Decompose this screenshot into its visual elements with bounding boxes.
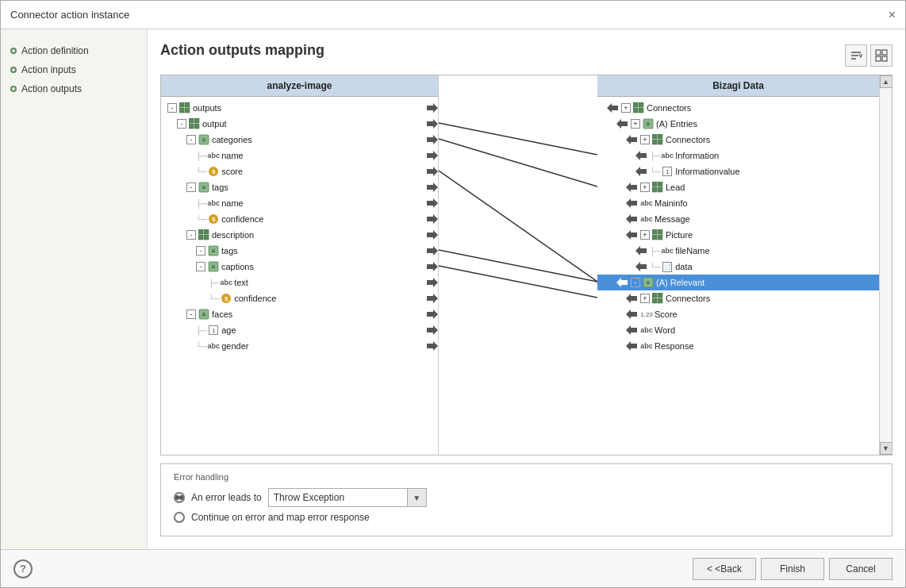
connector-lines-area (439, 75, 597, 455)
right-arrow (424, 227, 438, 243)
svg-rect-68 (652, 187, 657, 192)
error-row-continue: Continue on error and map error response (174, 512, 879, 523)
sidebar-item-action-definition[interactable]: Action definition (10, 45, 137, 56)
expand-btn[interactable]: - (186, 135, 196, 144)
sort-icon-button[interactable] (845, 44, 867, 67)
scroll-down-arrow[interactable]: ▼ (880, 442, 893, 455)
svg-line-49 (439, 266, 597, 298)
node-label: Information (675, 151, 719, 160)
node-label: tags (212, 183, 228, 192)
expand-btn[interactable]: + (640, 135, 650, 144)
cancel-button[interactable]: Cancel (829, 558, 893, 580)
expand-btn[interactable]: - (186, 183, 196, 192)
left-arrow-highlighted (613, 275, 628, 290)
expand-btn[interactable]: - (186, 230, 196, 240)
mapping-scroll[interactable]: analyze-image - outputs (161, 75, 892, 455)
right-arrow (424, 116, 438, 132)
expand-btn[interactable]: + (640, 183, 650, 192)
tree-row: ├─ abc text (161, 275, 438, 290)
expand-btn[interactable]: + (621, 103, 631, 113)
expand-btn[interactable]: + (640, 230, 650, 240)
svg-rect-8 (185, 102, 190, 107)
svg-rect-84 (658, 293, 662, 298)
svg-marker-25 (427, 198, 438, 208)
sidebar-item-action-inputs[interactable]: Action inputs (10, 64, 137, 75)
svg-rect-66 (652, 182, 657, 186)
svg-marker-21 (427, 167, 438, 176)
expand-btn[interactable]: - (167, 103, 177, 113)
tree-row: - outputs (161, 100, 438, 116)
tree-row: └─ 📄 data (597, 259, 879, 275)
expand-btn[interactable]: - (186, 309, 196, 319)
page-title: Action outputs mapping (160, 42, 324, 59)
back-button[interactable]: < <Back (693, 558, 756, 580)
svg-rect-5 (876, 56, 881, 61)
radio-continue[interactable] (174, 512, 185, 523)
abc-icon: abc (640, 324, 653, 336)
layout-icon-button[interactable] (870, 44, 893, 67)
left-arrow (623, 338, 637, 354)
svg-line-45 (439, 123, 597, 155)
right-panel-header: Bizagi Data (597, 75, 879, 97)
svg-rect-59 (652, 134, 657, 139)
expand-btn[interactable]: + (640, 294, 650, 303)
grid-icon (188, 117, 201, 130)
scroll-track[interactable] (880, 88, 892, 442)
close-button[interactable]: × (889, 9, 896, 21)
right-arrow (424, 259, 438, 275)
abc-icon: abc (207, 197, 220, 209)
tree-row: 1.23 Score (597, 306, 879, 322)
expand-btn[interactable]: - (196, 246, 205, 256)
svg-text:≡: ≡ (647, 121, 651, 128)
svg-rect-30 (204, 235, 209, 240)
dropdown-arrow-icon[interactable]: ▼ (407, 489, 426, 506)
svg-text:≡: ≡ (212, 248, 216, 255)
left-arrow (632, 163, 647, 179)
abc-icon: abc (640, 340, 653, 352)
expand-btn[interactable]: - (631, 278, 640, 287)
svg-rect-29 (198, 235, 203, 240)
node-label: captions (221, 262, 254, 271)
help-button[interactable]: ? (13, 559, 33, 578)
node-label: Response (655, 341, 694, 351)
error-handling-title: Error handling (174, 472, 879, 482)
left-panel: analyze-image - outputs (161, 75, 439, 455)
left-panel-header: analyze-image (161, 75, 438, 97)
svg-marker-64 (635, 167, 647, 176)
tree-row: └─ abc gender (161, 338, 438, 354)
svg-marker-89 (626, 341, 637, 351)
right-arrow (424, 290, 438, 306)
svg-rect-74 (658, 229, 662, 234)
svg-marker-70 (626, 198, 637, 208)
right-arrow (424, 195, 438, 211)
expand-btn[interactable]: + (631, 119, 640, 129)
svg-marker-71 (626, 214, 637, 224)
node-label: description (212, 230, 254, 240)
scroll-up-arrow[interactable]: ▲ (880, 75, 893, 88)
expand-btn[interactable]: - (196, 262, 205, 271)
throw-exception-dropdown[interactable]: Throw Exception ▼ (268, 488, 427, 507)
svg-rect-13 (194, 118, 199, 123)
svg-rect-69 (658, 187, 662, 192)
abc-icon: abc (661, 244, 674, 257)
svg-marker-87 (626, 309, 637, 319)
tree-row: abc Word (597, 322, 879, 338)
node-label: gender (221, 341, 248, 351)
finish-button[interactable]: Finish (761, 558, 824, 580)
right-arrow (424, 306, 438, 322)
tree-row: └─ 1 Informationvalue (597, 163, 879, 179)
svg-marker-78 (635, 262, 647, 271)
sidebar-item-label: Action outputs (21, 83, 82, 94)
radio-leads-to[interactable] (174, 492, 185, 503)
dollar-icon: $ (220, 292, 232, 305)
tree-row: + Connectors (597, 290, 879, 306)
bullet-icon (10, 48, 17, 54)
vertical-scrollbar[interactable]: ▲ ▼ (879, 75, 892, 455)
sidebar-item-action-outputs[interactable]: Action outputs (10, 83, 137, 94)
expand-btn[interactable]: - (177, 119, 186, 129)
tree-row: - ≡ categories (161, 132, 438, 148)
svg-marker-42 (427, 309, 438, 319)
node-label: text (234, 278, 248, 287)
left-arrow (623, 179, 637, 195)
tree-row: abc Maininfo (597, 195, 879, 211)
